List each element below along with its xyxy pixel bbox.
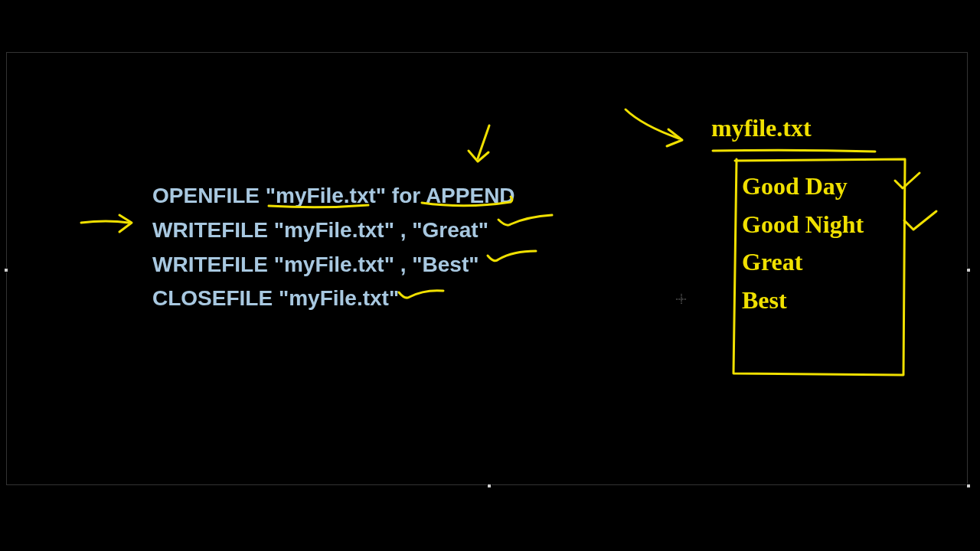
file-contents: Good Day Good Night Great Best [742, 168, 864, 319]
file-line: Best [742, 282, 864, 320]
underline-annotation [711, 143, 880, 157]
cursor-crosshair-icon [676, 294, 687, 308]
file-line: Good Day [742, 168, 864, 206]
resize-handle-icon[interactable] [4, 268, 8, 272]
drawing-canvas[interactable]: OPENFILE "myFile.txt" for APPEND WRITEFI… [6, 52, 968, 485]
arrow-right-icon [619, 106, 696, 155]
code-block: OPENFILE "myFile.txt" for APPEND WRITEFI… [152, 179, 515, 316]
file-line: Great [742, 243, 864, 282]
code-line-4: CLOSEFILE "myFile.txt" [152, 282, 515, 316]
resize-handle-icon[interactable] [966, 484, 971, 488]
file-name-label: myfile.txt [711, 114, 812, 142]
checkmark-icon [893, 171, 924, 197]
resize-handle-icon[interactable] [966, 268, 971, 272]
code-line-2: WRITEFILE "myFile.txt" , "Great" [152, 214, 515, 248]
checkmark-icon [903, 210, 941, 240]
arrow-right-icon [80, 214, 141, 240]
code-line-1: OPENFILE "myFile.txt" for APPEND [152, 179, 515, 214]
resize-handle-icon[interactable] [487, 484, 492, 488]
code-line-3: WRITEFILE "myFile.txt" , "Best" [152, 248, 515, 282]
file-line: Good Night [742, 206, 864, 244]
arrow-down-icon [462, 122, 508, 178]
